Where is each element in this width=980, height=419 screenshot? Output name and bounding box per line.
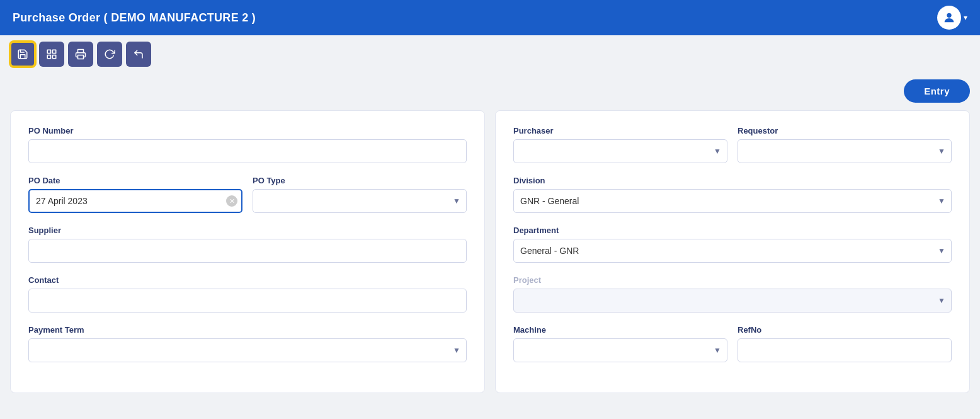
- division-select[interactable]: GNR - General: [513, 189, 952, 213]
- svg-point-0: [947, 13, 951, 18]
- po-number-field-group: PO Number: [28, 126, 467, 163]
- refno-label: RefNo: [738, 325, 952, 335]
- po-date-type-row: PO Date ✕ PO Type ▼: [28, 176, 467, 213]
- view-button[interactable]: [39, 42, 64, 67]
- machine-field-group: Machine ▼: [513, 325, 727, 362]
- department-select[interactable]: General - GNR: [513, 239, 952, 263]
- po-date-field-group: PO Date ✕: [28, 176, 242, 213]
- po-type-label: PO Type: [253, 176, 467, 185]
- purchaser-field-group: Purchaser ▼: [513, 126, 727, 163]
- print-button[interactable]: [68, 42, 93, 67]
- supplier-field-group: Supplier: [28, 226, 467, 263]
- division-label: Division: [513, 176, 952, 185]
- po-type-select[interactable]: [253, 189, 467, 213]
- svg-rect-2: [53, 50, 56, 53]
- purchaser-select-wrapper: ▼: [513, 139, 727, 163]
- save-button[interactable]: [10, 42, 35, 67]
- contact-input[interactable]: [28, 289, 467, 313]
- requestor-select[interactable]: [738, 139, 952, 163]
- refresh-button[interactable]: [97, 42, 122, 67]
- svg-rect-5: [78, 55, 84, 59]
- po-type-field-group: PO Type ▼: [253, 176, 467, 213]
- left-form-card: PO Number PO Date ✕ PO Type: [10, 110, 485, 393]
- requestor-field-group: Requestor ▼: [738, 126, 952, 163]
- payment-term-select-wrapper: ▼: [28, 338, 467, 362]
- supplier-label: Supplier: [28, 226, 467, 235]
- refno-field-group: RefNo: [738, 325, 952, 362]
- svg-rect-3: [53, 55, 56, 59]
- machine-select-wrapper: ▼: [513, 338, 727, 362]
- purchaser-label: Purchaser: [513, 126, 727, 135]
- back-button[interactable]: [126, 42, 151, 67]
- requestor-label: Requestor: [738, 126, 952, 135]
- project-field-group: Project ▼: [513, 275, 952, 313]
- contact-label: Contact: [28, 275, 467, 285]
- right-form-card: Purchaser ▼ Requestor ▼: [495, 110, 970, 393]
- payment-term-label: Payment Term: [28, 325, 467, 335]
- po-date-wrapper: ✕: [28, 189, 242, 213]
- department-select-wrapper: General - GNR ▼: [513, 239, 952, 263]
- po-number-label: PO Number: [28, 126, 467, 135]
- requestor-select-wrapper: ▼: [738, 139, 952, 163]
- po-date-input[interactable]: [28, 189, 242, 213]
- user-menu[interactable]: ▾: [937, 6, 967, 30]
- payment-term-field-group: Payment Term ▼: [28, 325, 467, 362]
- po-date-label: PO Date: [28, 176, 242, 185]
- app-header: Purchase Order ( DEMO MANUFACTURE 2 ) ▾: [0, 0, 980, 35]
- project-select-wrapper: ▼: [513, 289, 952, 313]
- contact-field-group: Contact: [28, 275, 467, 313]
- payment-term-select[interactable]: [28, 338, 467, 362]
- machine-select[interactable]: [513, 338, 727, 362]
- project-select[interactable]: [513, 289, 952, 313]
- svg-rect-1: [47, 50, 50, 53]
- supplier-input[interactable]: [28, 239, 467, 263]
- purchaser-select[interactable]: [513, 139, 727, 163]
- division-select-wrapper: GNR - General ▼: [513, 189, 952, 213]
- po-type-select-wrapper: ▼: [253, 189, 467, 213]
- department-label: Department: [513, 226, 952, 235]
- entry-button[interactable]: Entry: [904, 79, 970, 103]
- machine-label: Machine: [513, 325, 727, 335]
- avatar[interactable]: [937, 6, 961, 30]
- date-clear-button[interactable]: ✕: [226, 195, 237, 207]
- form-grid: PO Number PO Date ✕ PO Type: [10, 110, 970, 393]
- entry-button-row: Entry: [10, 79, 970, 103]
- page-title: Purchase Order ( DEMO MANUFACTURE 2 ): [13, 11, 256, 25]
- division-field-group: Division GNR - General ▼: [513, 176, 952, 213]
- toolbar: [0, 35, 980, 73]
- refno-input[interactable]: [738, 338, 952, 362]
- svg-rect-4: [47, 55, 50, 59]
- po-number-input[interactable]: [28, 139, 467, 163]
- purchaser-requestor-row: Purchaser ▼ Requestor ▼: [513, 126, 952, 163]
- department-field-group: Department General - GNR ▼: [513, 226, 952, 263]
- avatar-caret-icon: ▾: [964, 13, 967, 22]
- project-label: Project: [513, 275, 952, 285]
- machine-refno-row: Machine ▼ RefNo: [513, 325, 952, 362]
- main-content: Entry PO Number PO Date ✕ PO Ty: [0, 73, 980, 403]
